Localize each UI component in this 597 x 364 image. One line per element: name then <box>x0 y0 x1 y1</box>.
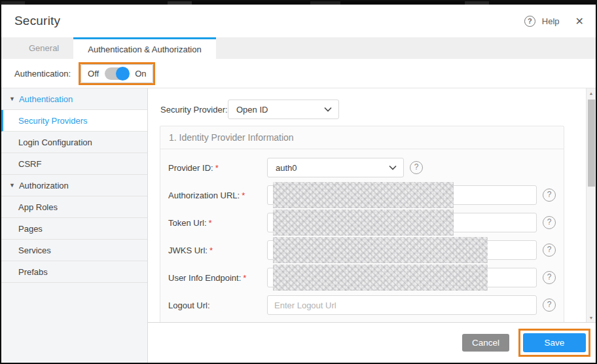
field-row-jwks-url: JWKS Url:* ? <box>160 236 564 264</box>
redacted-value-blur <box>273 182 454 208</box>
dialog-header: Security ? Help ✕ <box>1 5 596 37</box>
close-icon[interactable]: ✕ <box>575 15 584 27</box>
required-asterisk: * <box>215 163 219 173</box>
main-panel: Security Provider: Open ID 1. Identity P… <box>148 88 596 363</box>
triangle-down-icon: ▼ <box>9 96 15 102</box>
scroll-up-icon[interactable]: ▲ <box>589 88 594 98</box>
sidebar-item-prefabs[interactable]: Prefabs <box>1 261 147 283</box>
field-label: Logout Url: <box>168 300 267 310</box>
toggle-off-label: Off <box>88 69 99 79</box>
field-label: Authorization URL:* <box>168 191 267 200</box>
field-row-logout-url: Logout Url: ? <box>160 291 564 319</box>
help-link[interactable]: Help <box>542 16 560 26</box>
security-dialog: Security ? Help ✕ General Authentication… <box>1 5 596 363</box>
field-help-icon[interactable]: ? <box>543 216 556 229</box>
vertical-scrollbar[interactable]: ▲ ▼ <box>586 88 596 322</box>
field-help-icon[interactable]: ? <box>543 299 556 312</box>
tab-general[interactable]: General <box>14 37 73 59</box>
sidebar-item-csrf[interactable]: CSRF <box>1 153 147 175</box>
token-url-input[interactable] <box>267 213 537 232</box>
security-provider-value: Open ID <box>236 105 268 115</box>
authentication-toggle-row: Authentication: Off On <box>1 59 596 88</box>
field-row-token-url: Token Url:* ? <box>160 209 564 236</box>
authentication-toggle[interactable]: Off On <box>81 64 153 83</box>
field-label: Provider ID:* <box>168 163 267 173</box>
sidebar-group-authorization[interactable]: ▼ Authorization <box>1 175 147 196</box>
identity-provider-panel: 1. Identity Provider Information Provide… <box>160 126 564 322</box>
chevron-down-icon <box>389 165 397 170</box>
page-title: Security <box>14 14 60 28</box>
toggle-switch[interactable] <box>105 67 129 80</box>
field-label: Token Url:* <box>168 218 267 228</box>
sidebar-item-services[interactable]: Services <box>1 240 147 261</box>
sidebar-item-app-roles[interactable]: App Roles <box>1 196 147 218</box>
authorization-url-input[interactable] <box>267 185 537 205</box>
identity-provider-fields: Provider ID:* auth0 ? <box>160 149 564 319</box>
dialog-body: ▼ Authentication Security Providers Logi… <box>1 88 596 363</box>
scroll-down-icon[interactable]: ▼ <box>589 313 594 322</box>
required-asterisk: * <box>242 191 245 200</box>
sidebar-group-label: Authorization <box>19 181 69 191</box>
cancel-button[interactable]: Cancel <box>462 334 509 352</box>
sidebar: ▼ Authentication Security Providers Logi… <box>1 88 148 363</box>
logout-url-input[interactable] <box>268 296 536 314</box>
jwks-url-input[interactable] <box>267 240 537 260</box>
dialog-footer: Cancel Save <box>148 322 596 363</box>
field-help-icon[interactable]: ? <box>543 244 556 257</box>
field-row-provider-id: Provider ID:* auth0 ? <box>160 154 564 181</box>
save-button[interactable]: Save <box>523 333 586 352</box>
redacted-value-blur <box>273 237 488 263</box>
chevron-down-icon <box>324 107 332 112</box>
provider-id-value: auth0 <box>276 163 297 173</box>
sidebar-group-authentication[interactable]: ▼ Authentication <box>1 88 147 110</box>
sidebar-item-security-providers[interactable]: Security Providers <box>1 110 147 132</box>
authentication-label: Authentication: <box>14 69 71 79</box>
security-provider-select[interactable]: Open ID <box>228 100 339 119</box>
user-info-endpoint-input[interactable] <box>267 268 537 287</box>
section-title: 1. Identity Provider Information <box>160 126 564 149</box>
security-dialog-window: Security ? Help ✕ General Authentication… <box>0 0 597 364</box>
field-help-icon[interactable]: ? <box>543 189 556 202</box>
field-row-authorization-url: Authorization URL:* ? <box>160 181 564 209</box>
field-label: User Info Endpoint:* <box>168 273 267 283</box>
security-provider-form: Security Provider: Open ID 1. Identity P… <box>148 88 586 322</box>
required-asterisk: * <box>209 246 213 255</box>
field-help-icon[interactable]: ? <box>543 271 556 284</box>
provider-id-select[interactable]: auth0 <box>267 158 404 177</box>
redacted-value-blur <box>273 209 454 236</box>
required-asterisk: * <box>243 273 246 283</box>
help-icon[interactable]: ? <box>524 16 535 27</box>
required-asterisk: * <box>209 218 212 228</box>
sidebar-item-pages[interactable]: Pages <box>1 218 147 240</box>
scrollbar-thumb[interactable] <box>588 100 595 187</box>
tab-bar: General Authentication & Authorization <box>1 37 596 59</box>
tab-authentication-authorization[interactable]: Authentication & Authorization <box>73 37 215 59</box>
sidebar-group-label: Authentication <box>19 94 73 104</box>
redacted-value-blur <box>273 264 488 291</box>
toggle-on-label: On <box>135 69 146 79</box>
sidebar-item-login-configuration[interactable]: Login Configuration <box>1 132 147 153</box>
security-provider-label: Security Provider: <box>160 105 228 115</box>
scroll-viewport: Security Provider: Open ID 1. Identity P… <box>148 88 596 322</box>
logout-url-input-box <box>267 295 537 315</box>
header-actions: ? Help ✕ <box>524 15 584 27</box>
orange-highlight-box: Off On <box>79 62 155 85</box>
field-label: JWKS Url:* <box>168 246 267 255</box>
toggle-knob <box>116 67 130 81</box>
security-provider-row: Security Provider: Open ID <box>160 100 586 119</box>
orange-highlight-box: Save <box>518 329 590 357</box>
field-help-icon[interactable]: ? <box>410 161 423 174</box>
triangle-down-icon: ▼ <box>9 182 15 189</box>
field-row-user-info-endpoint: User Info Endpoint:* ? <box>160 264 564 291</box>
